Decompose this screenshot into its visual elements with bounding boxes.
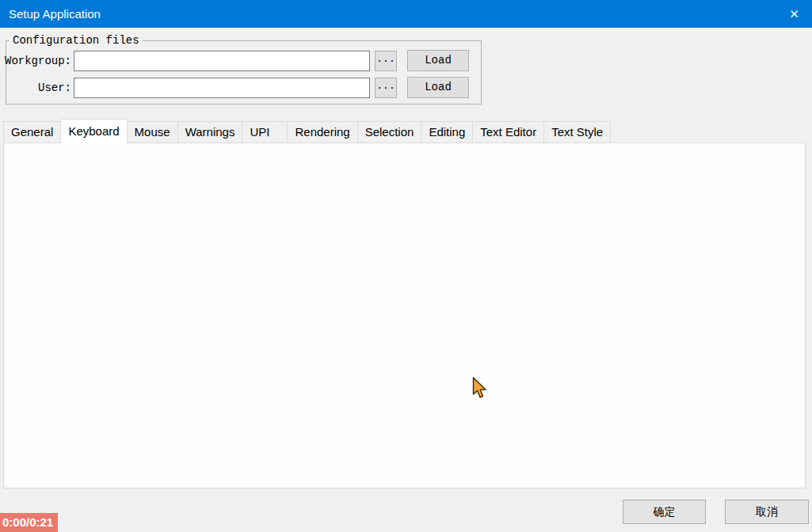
tab-text-editor[interactable]: Text Editor [472,121,544,143]
ok-button[interactable]: 确定 [623,500,706,524]
tab-warnings[interactable]: Warnings [177,121,243,143]
title-bar: Setup Application ✕ [0,0,812,28]
tab-editing[interactable]: Editing [421,121,473,143]
tab-upi[interactable]: UPI [242,121,288,143]
tab-rendering[interactable]: Rendering [287,121,357,143]
tab-general[interactable]: General [3,121,61,143]
workgroup-load-button[interactable]: Load [407,50,469,71]
cancel-button[interactable]: 取消 [725,500,809,524]
user-browse-button[interactable]: ... [375,78,397,98]
tab-keyboard[interactable]: Keyboard [60,119,127,143]
tab-selection[interactable]: Selection [357,121,422,143]
user-label: User: [0,78,71,98]
mouse-cursor-icon [472,377,490,401]
keyboard-tab-page [3,142,806,488]
user-load-button[interactable]: Load [407,77,469,98]
close-icon[interactable]: ✕ [776,0,812,28]
recording-timer: 0:00/0:21 [0,513,58,532]
window-title: Setup Application [9,0,101,28]
workgroup-input[interactable] [74,51,370,71]
tab-text-style[interactable]: Text Style [543,121,611,143]
user-input[interactable] [74,78,370,98]
configuration-files-legend: Configuration files [10,35,143,47]
tab-mouse[interactable]: Mouse [127,121,178,143]
workgroup-browse-button[interactable]: ... [375,51,397,71]
tab-strip: General Keyboard Mouse Warnings UPI Rend… [3,119,610,143]
workgroup-label: Workgroup: [0,51,71,71]
